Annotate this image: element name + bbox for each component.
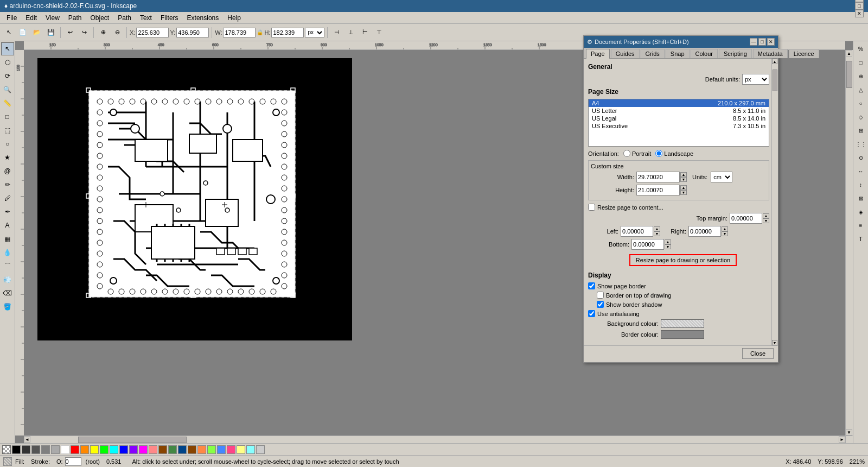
left-input[interactable] xyxy=(621,226,653,237)
portrait-radio[interactable] xyxy=(623,150,630,157)
color-darkblue[interactable] xyxy=(178,445,187,454)
landscape-radio[interactable] xyxy=(655,150,662,157)
color-silver[interactable] xyxy=(256,445,265,454)
toolbar-zoom-in[interactable]: ⊕ xyxy=(97,26,110,39)
tool-zoom[interactable]: 🔍 xyxy=(1,83,14,96)
page-size-a4[interactable]: A4 210.0 x 297.0 mm xyxy=(589,99,769,107)
color-orange[interactable] xyxy=(80,445,89,454)
snap-btn15[interactable]: T xyxy=(854,232,867,245)
top-margin-down[interactable]: ▼ xyxy=(763,218,769,223)
color-red[interactable] xyxy=(71,445,79,454)
height-down-arrow[interactable]: ▼ xyxy=(680,190,687,195)
color-darkgreen[interactable] xyxy=(168,445,177,454)
resize-checkbox[interactable] xyxy=(588,204,595,211)
color-purple[interactable] xyxy=(129,445,138,454)
tool-rect[interactable]: □ xyxy=(1,110,14,123)
dialog-scroll-thumb[interactable] xyxy=(773,70,777,91)
units-select[interactable]: cm mm px in xyxy=(711,172,732,182)
bg-colour-swatch[interactable] xyxy=(661,319,704,328)
maximize-button[interactable]: □ xyxy=(855,2,864,10)
dialog-minimize-btn[interactable]: — xyxy=(750,38,757,46)
toolbar-align-right[interactable]: ⊢ xyxy=(359,26,372,39)
tool-gradient[interactable]: ▦ xyxy=(1,232,14,245)
tool-star[interactable]: ★ xyxy=(1,151,14,164)
tab-metadata[interactable]: Metadata xyxy=(753,49,788,58)
tab-grids[interactable]: Grids xyxy=(641,49,665,58)
scroll-thumb-h[interactable] xyxy=(78,437,187,443)
scroll-down-btn[interactable]: ▼ xyxy=(846,429,852,436)
menu-text[interactable]: Text xyxy=(136,13,156,23)
dialog-scrollbar[interactable]: ▲ ▼ xyxy=(771,59,778,345)
toolbar-new[interactable]: 📄 xyxy=(16,26,29,39)
menu-help[interactable]: Help xyxy=(223,13,245,23)
color-brown[interactable] xyxy=(158,445,167,454)
width-up-arrow[interactable]: ▲ xyxy=(680,172,687,177)
color-blue[interactable] xyxy=(119,445,128,454)
tool-tweak[interactable]: ⟳ xyxy=(1,70,14,83)
toolbar-unit-select[interactable]: px mm cm in xyxy=(305,28,324,37)
antialiasing-checkbox[interactable] xyxy=(588,310,595,317)
height-up-arrow[interactable]: ▲ xyxy=(680,185,687,190)
page-size-list[interactable]: A4 210.0 x 297.0 mm US Letter 8.5 x 11.0… xyxy=(588,99,769,147)
tab-licence[interactable]: Licence xyxy=(789,49,819,58)
tool-paint-bucket[interactable]: 🪣 xyxy=(1,300,14,313)
menu-path2[interactable]: Path xyxy=(113,13,136,23)
opacity-input[interactable] xyxy=(65,457,81,466)
color-yellow[interactable] xyxy=(90,445,99,454)
snap-btn10[interactable]: ↔ xyxy=(854,165,867,178)
color-magenta[interactable] xyxy=(139,445,148,454)
toolbar-w-input[interactable] xyxy=(223,28,256,37)
toolbar-save[interactable]: 💾 xyxy=(44,26,58,39)
border-on-top-checkbox[interactable] xyxy=(597,292,604,299)
height-input[interactable] xyxy=(636,185,680,195)
toolbar-redo[interactable]: ↪ xyxy=(78,26,91,39)
color-cyan[interactable] xyxy=(110,445,118,454)
tool-3dbox[interactable]: ⬚ xyxy=(1,124,14,137)
toolbar-x-input[interactable] xyxy=(136,28,169,37)
page-size-us-executive[interactable]: US Executive 7.3 x 10.5 in xyxy=(589,122,769,130)
menu-filters[interactable]: Filters xyxy=(156,13,183,23)
tool-select[interactable]: ↖ xyxy=(1,42,14,55)
left-up[interactable]: ▲ xyxy=(654,226,660,231)
color-lightgray[interactable] xyxy=(51,445,60,454)
tool-pen[interactable]: 🖊 xyxy=(1,192,14,205)
snap-btn8[interactable]: ⋮⋮ xyxy=(854,137,867,150)
snap-btn7[interactable]: ⊞ xyxy=(854,124,867,137)
color-skyblue[interactable] xyxy=(217,445,226,454)
menu-extensions[interactable]: Extensions xyxy=(183,13,224,23)
left-down[interactable]: ▼ xyxy=(654,231,660,236)
color-lightcyan[interactable] xyxy=(246,445,255,454)
bottom-up[interactable]: ▲ xyxy=(665,239,671,244)
menu-path[interactable]: Path xyxy=(64,13,86,23)
toolbar-open[interactable]: 📂 xyxy=(30,26,43,39)
color-white[interactable] xyxy=(61,445,69,454)
snap-btn9[interactable]: ⊙ xyxy=(854,151,867,164)
border-shadow-checkbox[interactable] xyxy=(597,301,604,308)
color-midgray[interactable] xyxy=(41,445,50,454)
color-lightyellow[interactable] xyxy=(237,445,245,454)
color-rose[interactable] xyxy=(227,445,235,454)
snap-btn3[interactable]: ⊕ xyxy=(854,70,867,83)
tool-eraser[interactable]: ⌫ xyxy=(1,287,14,300)
no-color-swatch[interactable] xyxy=(2,445,11,454)
bottom-down[interactable]: ▼ xyxy=(665,244,671,249)
tool-connector[interactable]: ⌒ xyxy=(1,260,14,273)
snap-btn12[interactable]: ⊠ xyxy=(854,192,867,205)
toolbar-align-center[interactable]: ⊥ xyxy=(344,26,358,39)
snap-btn4[interactable]: △ xyxy=(854,83,867,96)
page-size-us-letter[interactable]: US Letter 8.5 x 11.0 in xyxy=(589,107,769,115)
toolbar-y-input[interactable] xyxy=(176,28,209,37)
border-colour-swatch[interactable] xyxy=(661,330,704,339)
right-up[interactable]: ▲ xyxy=(722,226,728,231)
scrollbar-horizontal[interactable]: ◄ ► xyxy=(24,436,845,443)
tool-measure[interactable]: 📏 xyxy=(1,97,14,110)
menu-edit[interactable]: Edit xyxy=(21,13,41,23)
scroll-left-btn[interactable]: ◄ xyxy=(24,436,30,443)
toolbar-h-input[interactable] xyxy=(271,28,304,37)
lock-icon[interactable]: 🔒 xyxy=(257,29,263,35)
menu-object[interactable]: Object xyxy=(86,13,114,23)
top-margin-up[interactable]: ▲ xyxy=(763,213,769,218)
tool-dropper[interactable]: 💧 xyxy=(1,246,14,259)
dialog-restore-btn[interactable]: □ xyxy=(758,38,766,46)
snap-btn13[interactable]: ◈ xyxy=(854,205,867,218)
